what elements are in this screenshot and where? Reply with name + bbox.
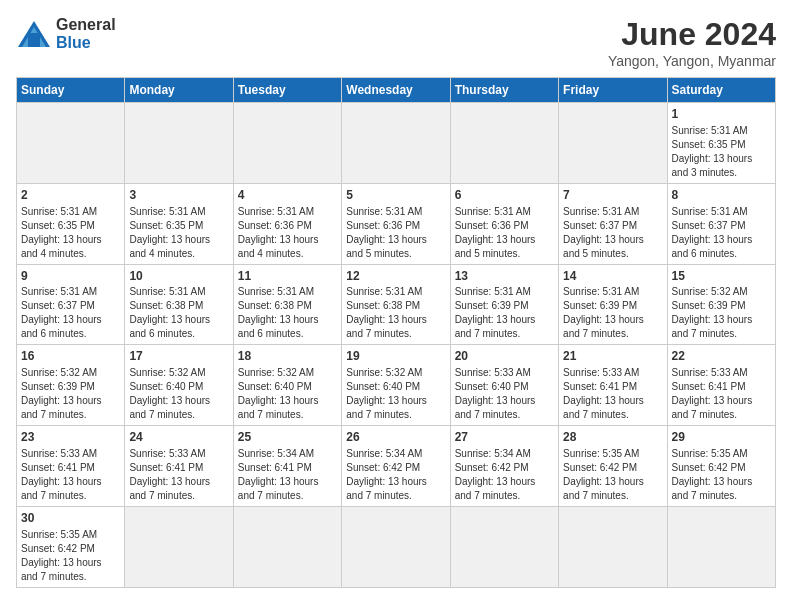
day-of-week-header: Wednesday [342,78,450,103]
calendar-cell: 4Sunrise: 5:31 AM Sunset: 6:36 PM Daylig… [233,183,341,264]
day-info: Sunrise: 5:33 AM Sunset: 6:40 PM Dayligh… [455,366,554,422]
calendar-cell: 24Sunrise: 5:33 AM Sunset: 6:41 PM Dayli… [125,426,233,507]
calendar-cell: 5Sunrise: 5:31 AM Sunset: 6:36 PM Daylig… [342,183,450,264]
day-of-week-header: Monday [125,78,233,103]
day-number: 11 [238,268,337,285]
day-info: Sunrise: 5:31 AM Sunset: 6:38 PM Dayligh… [129,285,228,341]
day-info: Sunrise: 5:35 AM Sunset: 6:42 PM Dayligh… [563,447,662,503]
day-info: Sunrise: 5:34 AM Sunset: 6:41 PM Dayligh… [238,447,337,503]
day-info: Sunrise: 5:31 AM Sunset: 6:38 PM Dayligh… [238,285,337,341]
day-info: Sunrise: 5:31 AM Sunset: 6:37 PM Dayligh… [563,205,662,261]
calendar-table: SundayMondayTuesdayWednesdayThursdayFrid… [16,77,776,588]
day-number: 18 [238,348,337,365]
day-number: 8 [672,187,771,204]
day-number: 12 [346,268,445,285]
day-info: Sunrise: 5:31 AM Sunset: 6:39 PM Dayligh… [455,285,554,341]
day-number: 24 [129,429,228,446]
page-header: General Blue June 2024 Yangon, Yangon, M… [16,16,776,69]
calendar-cell: 13Sunrise: 5:31 AM Sunset: 6:39 PM Dayli… [450,264,558,345]
calendar-cell: 22Sunrise: 5:33 AM Sunset: 6:41 PM Dayli… [667,345,775,426]
day-info: Sunrise: 5:31 AM Sunset: 6:38 PM Dayligh… [346,285,445,341]
calendar-cell: 27Sunrise: 5:34 AM Sunset: 6:42 PM Dayli… [450,426,558,507]
day-number: 21 [563,348,662,365]
calendar-cell: 3Sunrise: 5:31 AM Sunset: 6:35 PM Daylig… [125,183,233,264]
day-number: 5 [346,187,445,204]
calendar-cell [667,506,775,587]
day-number: 27 [455,429,554,446]
day-of-week-header: Saturday [667,78,775,103]
svg-rect-2 [28,33,40,47]
day-info: Sunrise: 5:31 AM Sunset: 6:37 PM Dayligh… [672,205,771,261]
calendar-cell: 20Sunrise: 5:33 AM Sunset: 6:40 PM Dayli… [450,345,558,426]
calendar-cell: 28Sunrise: 5:35 AM Sunset: 6:42 PM Dayli… [559,426,667,507]
calendar-cell: 15Sunrise: 5:32 AM Sunset: 6:39 PM Dayli… [667,264,775,345]
day-number: 19 [346,348,445,365]
calendar-week-row: 9Sunrise: 5:31 AM Sunset: 6:37 PM Daylig… [17,264,776,345]
calendar-cell: 14Sunrise: 5:31 AM Sunset: 6:39 PM Dayli… [559,264,667,345]
calendar-cell [17,103,125,184]
day-number: 20 [455,348,554,365]
day-number: 4 [238,187,337,204]
day-info: Sunrise: 5:31 AM Sunset: 6:35 PM Dayligh… [672,124,771,180]
day-number: 3 [129,187,228,204]
calendar-cell [342,103,450,184]
day-info: Sunrise: 5:35 AM Sunset: 6:42 PM Dayligh… [672,447,771,503]
day-of-week-header: Friday [559,78,667,103]
day-info: Sunrise: 5:31 AM Sunset: 6:35 PM Dayligh… [129,205,228,261]
calendar-week-row: 30Sunrise: 5:35 AM Sunset: 6:42 PM Dayli… [17,506,776,587]
calendar-cell: 7Sunrise: 5:31 AM Sunset: 6:37 PM Daylig… [559,183,667,264]
calendar-title: June 2024 [608,16,776,53]
day-info: Sunrise: 5:32 AM Sunset: 6:40 PM Dayligh… [346,366,445,422]
calendar-cell [233,103,341,184]
day-info: Sunrise: 5:31 AM Sunset: 6:36 PM Dayligh… [238,205,337,261]
calendar-cell: 21Sunrise: 5:33 AM Sunset: 6:41 PM Dayli… [559,345,667,426]
day-number: 1 [672,106,771,123]
day-info: Sunrise: 5:31 AM Sunset: 6:36 PM Dayligh… [346,205,445,261]
day-number: 14 [563,268,662,285]
day-info: Sunrise: 5:31 AM Sunset: 6:35 PM Dayligh… [21,205,120,261]
calendar-cell [559,506,667,587]
day-number: 30 [21,510,120,527]
calendar-cell: 6Sunrise: 5:31 AM Sunset: 6:36 PM Daylig… [450,183,558,264]
day-number: 26 [346,429,445,446]
day-number: 16 [21,348,120,365]
calendar-cell [559,103,667,184]
day-info: Sunrise: 5:34 AM Sunset: 6:42 PM Dayligh… [346,447,445,503]
logo: General Blue [16,16,116,51]
day-info: Sunrise: 5:32 AM Sunset: 6:39 PM Dayligh… [672,285,771,341]
day-info: Sunrise: 5:33 AM Sunset: 6:41 PM Dayligh… [563,366,662,422]
day-of-week-header: Tuesday [233,78,341,103]
calendar-cell [125,103,233,184]
day-number: 23 [21,429,120,446]
calendar-header-row: SundayMondayTuesdayWednesdayThursdayFrid… [17,78,776,103]
calendar-location: Yangon, Yangon, Myanmar [608,53,776,69]
calendar-cell: 16Sunrise: 5:32 AM Sunset: 6:39 PM Dayli… [17,345,125,426]
day-number: 22 [672,348,771,365]
calendar-cell: 18Sunrise: 5:32 AM Sunset: 6:40 PM Dayli… [233,345,341,426]
logo-text: General Blue [56,16,116,51]
day-info: Sunrise: 5:33 AM Sunset: 6:41 PM Dayligh… [129,447,228,503]
day-number: 28 [563,429,662,446]
calendar-cell: 17Sunrise: 5:32 AM Sunset: 6:40 PM Dayli… [125,345,233,426]
title-block: June 2024 Yangon, Yangon, Myanmar [608,16,776,69]
logo-icon [16,19,52,49]
calendar-cell [342,506,450,587]
day-number: 2 [21,187,120,204]
calendar-cell: 2Sunrise: 5:31 AM Sunset: 6:35 PM Daylig… [17,183,125,264]
calendar-cell: 26Sunrise: 5:34 AM Sunset: 6:42 PM Dayli… [342,426,450,507]
calendar-cell [125,506,233,587]
calendar-cell [450,506,558,587]
day-number: 15 [672,268,771,285]
day-of-week-header: Sunday [17,78,125,103]
day-info: Sunrise: 5:31 AM Sunset: 6:36 PM Dayligh… [455,205,554,261]
calendar-cell: 23Sunrise: 5:33 AM Sunset: 6:41 PM Dayli… [17,426,125,507]
calendar-cell: 19Sunrise: 5:32 AM Sunset: 6:40 PM Dayli… [342,345,450,426]
day-number: 7 [563,187,662,204]
day-number: 10 [129,268,228,285]
day-number: 25 [238,429,337,446]
day-info: Sunrise: 5:32 AM Sunset: 6:39 PM Dayligh… [21,366,120,422]
calendar-cell: 30Sunrise: 5:35 AM Sunset: 6:42 PM Dayli… [17,506,125,587]
calendar-cell: 12Sunrise: 5:31 AM Sunset: 6:38 PM Dayli… [342,264,450,345]
day-info: Sunrise: 5:32 AM Sunset: 6:40 PM Dayligh… [129,366,228,422]
day-info: Sunrise: 5:32 AM Sunset: 6:40 PM Dayligh… [238,366,337,422]
